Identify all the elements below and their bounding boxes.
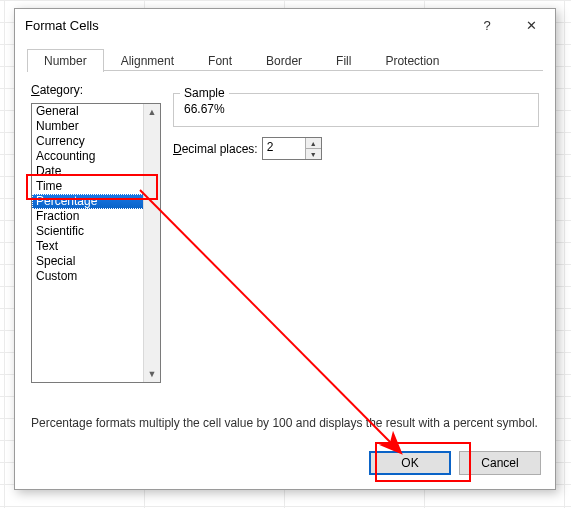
sample-value: 66.67% — [184, 102, 528, 116]
list-item-selected[interactable]: Percentage — [32, 194, 160, 209]
category-label: Category: — [31, 83, 83, 97]
dialog-footer: OK Cancel — [369, 451, 541, 475]
workspace: Format Cells ? ✕ Number Alignment Font B… — [0, 0, 571, 508]
scroll-up-icon[interactable]: ▲ — [144, 104, 160, 120]
sample-group: Sample 66.67% — [173, 93, 539, 127]
decimal-places-spinner[interactable]: 2 ▲ ▼ — [262, 137, 322, 160]
decimal-row: Decimal places: 2 ▲ ▼ — [173, 137, 539, 160]
spinner-buttons: ▲ ▼ — [305, 138, 321, 159]
tab-font[interactable]: Font — [191, 49, 249, 72]
list-item[interactable]: Custom — [32, 269, 160, 284]
list-item[interactable]: Time — [32, 179, 160, 194]
sample-legend: Sample — [180, 86, 229, 100]
titlebar: Format Cells ? ✕ — [15, 9, 555, 41]
list-item[interactable]: Currency — [32, 134, 160, 149]
content-area: Category: General Number Currency Accoun… — [15, 71, 555, 431]
tab-fill[interactable]: Fill — [319, 49, 368, 72]
decimal-places-value[interactable]: 2 — [263, 138, 305, 159]
decimal-label-underline: D — [173, 142, 182, 156]
tab-protection[interactable]: Protection — [368, 49, 456, 72]
cancel-button[interactable]: Cancel — [459, 451, 541, 475]
list-item[interactable]: Number — [32, 119, 160, 134]
format-cells-dialog: Format Cells ? ✕ Number Alignment Font B… — [14, 8, 556, 490]
help-button[interactable]: ? — [465, 11, 509, 39]
right-panel: Sample 66.67% Decimal places: 2 ▲ ▼ — [173, 87, 539, 160]
spinner-up-icon[interactable]: ▲ — [306, 138, 321, 149]
category-label-rest: ategory: — [40, 83, 83, 97]
decimal-label-rest: ecimal places: — [182, 142, 258, 156]
scroll-down-icon[interactable]: ▼ — [144, 366, 160, 382]
list-item[interactable]: Date — [32, 164, 160, 179]
dialog-title: Format Cells — [25, 18, 465, 33]
category-label-underline: C — [31, 83, 40, 97]
category-list[interactable]: General Number Currency Accounting Date … — [31, 103, 161, 383]
close-button[interactable]: ✕ — [509, 11, 553, 39]
list-item[interactable]: Accounting — [32, 149, 160, 164]
spinner-down-icon[interactable]: ▼ — [306, 149, 321, 159]
format-description: Percentage formats multiply the cell val… — [31, 415, 539, 431]
list-item[interactable]: Text — [32, 239, 160, 254]
decimal-label: Decimal places: — [173, 142, 258, 156]
tab-border[interactable]: Border — [249, 49, 319, 72]
tab-bar: Number Alignment Font Border Fill Protec… — [15, 41, 555, 71]
scrollbar[interactable]: ▲ ▼ — [143, 104, 160, 382]
list-item[interactable]: Special — [32, 254, 160, 269]
tab-number[interactable]: Number — [27, 49, 104, 72]
list-item[interactable]: General — [32, 104, 160, 119]
tab-alignment[interactable]: Alignment — [104, 49, 191, 72]
ok-button[interactable]: OK — [369, 451, 451, 475]
list-item[interactable]: Scientific — [32, 224, 160, 239]
list-item[interactable]: Fraction — [32, 209, 160, 224]
